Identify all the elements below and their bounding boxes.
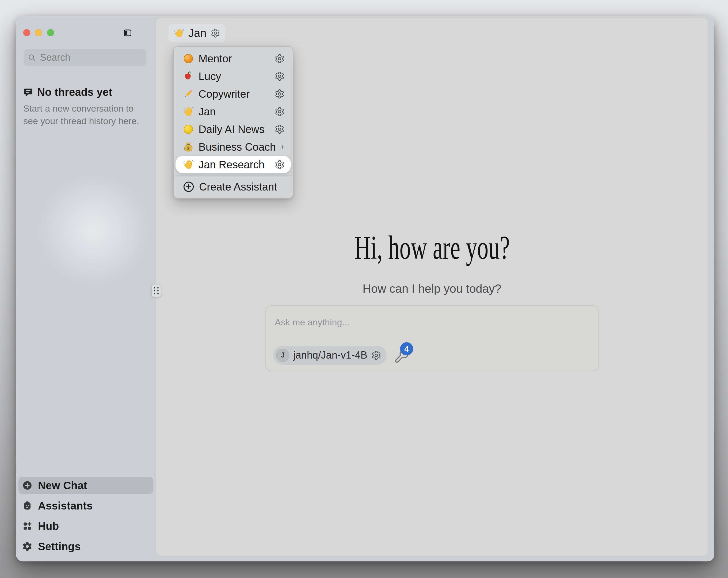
chat-input-placeholder[interactable]: Ask me anything... (275, 317, 350, 328)
search-input[interactable] (39, 52, 165, 64)
menu-item-mentor[interactable]: Mentor (174, 50, 293, 68)
gear-icon[interactable] (275, 159, 285, 170)
menu-item-business-coach[interactable]: Business Coach (174, 138, 293, 156)
panel-left-icon (123, 28, 132, 37)
wave-emoji-icon (183, 159, 194, 170)
gear-icon (22, 541, 32, 552)
sidebar-item-new-chat[interactable]: New Chat (19, 477, 153, 494)
main-header (156, 18, 708, 46)
create-assistant-label: Create Assistant (199, 181, 277, 193)
greeting-subtitle: How can I help you today? (156, 282, 708, 296)
assistant-dropdown-menu: Mentor Lucy Copywriter Jan Daily AI News (173, 46, 293, 199)
menu-item-label: Copywriter (199, 88, 250, 100)
gear-icon[interactable] (275, 124, 285, 134)
close-window-button[interactable] (23, 29, 30, 36)
app-window: No threads yet Start a new conversation … (16, 16, 714, 561)
model-avatar: J (276, 349, 289, 362)
money-bag-emoji-icon (183, 141, 194, 153)
gear-icon[interactable] (275, 71, 285, 81)
orange-circle-emoji-icon (183, 53, 194, 64)
gear-icon[interactable] (211, 28, 220, 38)
nav-label: Hub (38, 520, 59, 532)
menu-item-label: Jan Research (199, 159, 265, 171)
model-settings-gear-icon[interactable] (371, 350, 382, 360)
sidebar-resize-handle[interactable] (151, 284, 161, 297)
nav-label: New Chat (38, 479, 87, 492)
menu-item-jan[interactable]: Jan (174, 103, 293, 120)
chat-composer[interactable]: Ask me anything... J janhq/Jan-v1-4B 4 (265, 305, 599, 371)
minimize-window-button[interactable] (35, 29, 42, 36)
sidebar-nav: New Chat Assistants Hub Settings (19, 477, 153, 555)
plus-circle-icon (22, 480, 32, 491)
nav-label: Assistants (38, 500, 93, 512)
menu-item-label: Business Coach (199, 141, 276, 153)
desktop-background: No threads yet Start a new conversation … (0, 0, 728, 578)
sidebar-toggle-button[interactable] (123, 28, 132, 37)
pencil-emoji-icon (183, 88, 194, 100)
zoom-window-button[interactable] (47, 29, 54, 36)
hub-icon (22, 521, 32, 531)
menu-item-daily-ai-news[interactable]: Daily AI News (174, 120, 293, 138)
sidebar-item-assistants[interactable]: Assistants (19, 497, 153, 514)
plus-circle-icon (183, 181, 194, 193)
wave-emoji-icon (174, 28, 184, 39)
menu-item-copywriter[interactable]: Copywriter (174, 85, 293, 103)
create-assistant-button[interactable]: Create Assistant (174, 178, 293, 196)
menu-item-label: Mentor (199, 53, 232, 65)
menu-item-label: Jan (199, 106, 216, 118)
gear-icon[interactable] (280, 142, 285, 152)
sidebar-item-settings[interactable]: Settings (19, 538, 153, 555)
wave-emoji-icon (183, 106, 194, 117)
menu-item-lucy[interactable]: Lucy (174, 68, 293, 85)
empty-state-title: No threads yet (37, 86, 112, 98)
yellow-circle-emoji-icon (183, 124, 194, 135)
message-bubble-icon (23, 87, 33, 97)
search-bar[interactable] (24, 49, 146, 66)
gear-icon[interactable] (275, 89, 285, 99)
greeting-title: Hi, how are you? (156, 230, 708, 265)
sidebar-item-hub[interactable]: Hub (19, 518, 153, 535)
empty-state-header: No threads yet (23, 86, 112, 98)
menu-item-label: Daily AI News (199, 123, 265, 135)
apple-emoji-icon (183, 71, 194, 82)
assistant-selector-button[interactable]: Jan (168, 24, 226, 42)
menu-item-label: Lucy (199, 70, 221, 82)
gear-icon[interactable] (275, 53, 285, 64)
assistant-robot-icon (22, 501, 32, 511)
grip-dots-icon (154, 287, 159, 294)
gear-icon[interactable] (275, 106, 285, 117)
empty-state-description: Start a new conversation to see your thr… (23, 102, 144, 127)
model-selector-button[interactable]: J janhq/Jan-v1-4B (273, 346, 387, 365)
search-icon (28, 53, 36, 61)
model-name: janhq/Jan-v1-4B (293, 350, 367, 361)
current-assistant-name: Jan (188, 27, 207, 40)
tools-count-badge: 4 (400, 342, 413, 355)
menu-item-jan-research[interactable]: Jan Research (176, 156, 291, 173)
nav-label: Settings (38, 541, 80, 553)
